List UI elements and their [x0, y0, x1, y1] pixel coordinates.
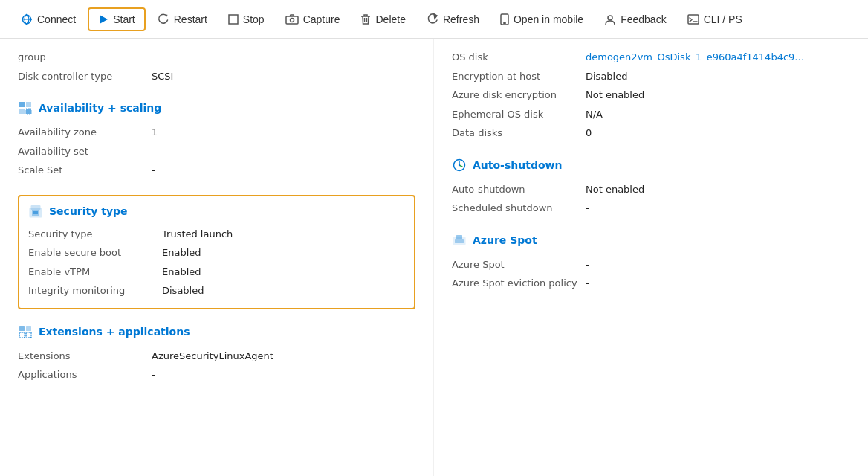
security-title: Security type — [49, 205, 128, 217]
prop-label: Enable secure boot — [28, 245, 162, 260]
auto-shutdown-icon — [452, 158, 467, 173]
connect-button[interactable]: Connect — [12, 9, 85, 30]
prop-label: Applications — [18, 367, 152, 382]
svg-rect-12 — [19, 102, 25, 107]
azure-spot-title: Azure Spot — [473, 234, 537, 246]
group-label: group — [18, 50, 152, 65]
prop-row: Applications- — [18, 365, 415, 385]
capture-icon — [285, 14, 299, 25]
start-button[interactable]: Start — [88, 7, 146, 31]
prop-value: - — [152, 367, 155, 382]
prop-row: Scale Set- — [18, 161, 415, 180]
svg-rect-19 — [31, 205, 40, 210]
availability-section: Availability + scaling Availability zone… — [18, 100, 415, 180]
prop-value: AzureSecurityLinuxAgent — [152, 349, 273, 364]
svg-rect-2 — [286, 16, 298, 24]
feedback-button[interactable]: Feedback — [595, 9, 675, 30]
svg-rect-15 — [26, 109, 31, 114]
prop-row: Availability zone1 — [18, 123, 415, 142]
prop-value: - — [586, 257, 589, 272]
prop-label: Azure Spot eviction policy — [452, 276, 586, 291]
refresh-label: Refresh — [443, 13, 479, 25]
stop-icon — [228, 14, 239, 25]
svg-rect-1 — [229, 15, 238, 24]
prop-row: Auto-shutdownNot enabled — [452, 180, 850, 199]
prop-row: Security typeTrusted launch — [28, 225, 405, 244]
security-props: Security typeTrusted launchEnable secure… — [28, 225, 405, 300]
connect-label: Connect — [37, 13, 76, 25]
prop-row: ExtensionsAzureSecurityLinuxAgent — [18, 347, 415, 366]
azure-spot-header: Azure Spot — [452, 233, 850, 248]
delete-button[interactable]: Delete — [352, 9, 414, 30]
extensions-icon — [18, 324, 33, 339]
disk-controller-label: Disk controller type — [18, 69, 152, 84]
left-panel: group Disk controller type SCSI — [0, 39, 434, 476]
prop-label: Azure Spot — [452, 257, 586, 272]
prop-row: Azure disk encryptionNot enabled — [452, 86, 850, 105]
prop-label: Security type — [28, 227, 162, 242]
refresh-button[interactable]: Refresh — [418, 9, 488, 30]
cli-ps-button[interactable]: CLI / PS — [678, 9, 751, 30]
capture-label: Capture — [303, 13, 340, 25]
prop-row: Scheduled shutdown- — [452, 199, 850, 218]
capture-button[interactable]: Capture — [276, 9, 349, 30]
prop-label: Availability set — [18, 144, 152, 159]
auto-shutdown-header: Auto-shutdown — [452, 158, 850, 173]
prop-label: Encryption at host — [452, 69, 586, 84]
prop-value: N/A — [586, 107, 603, 122]
stop-button[interactable]: Stop — [219, 9, 273, 30]
prop-value: - — [586, 276, 589, 291]
extensions-title: Extensions + applications — [39, 326, 190, 338]
group-row: group — [18, 48, 415, 67]
feedback-icon — [604, 13, 616, 25]
availability-icon — [18, 100, 33, 115]
extensions-section: Extensions + applications ExtensionsAzur… — [18, 324, 415, 385]
security-icon — [28, 204, 43, 219]
restart-button[interactable]: Restart — [149, 9, 216, 30]
security-header: Security type — [28, 204, 405, 219]
delete-label: Delete — [375, 13, 405, 25]
auto-shutdown-props: Auto-shutdownNot enabledScheduled shutdo… — [452, 180, 850, 218]
prop-row: Azure Spot- — [452, 255, 850, 274]
os-disk-value: demogen2vm_OsDisk_1_e960a4f1414b4c968103… — [586, 50, 809, 65]
restart-label: Restart — [174, 13, 207, 25]
extensions-props: ExtensionsAzureSecurityLinuxAgentApplica… — [18, 347, 415, 385]
svg-rect-13 — [26, 102, 31, 107]
azure-spot-props: Azure Spot-Azure Spot eviction policy- — [452, 255, 850, 293]
auto-shutdown-title: Auto-shutdown — [473, 159, 562, 171]
prop-value: - — [152, 144, 155, 159]
prop-row: Azure Spot eviction policy- — [452, 274, 850, 293]
prop-label: Azure disk encryption — [452, 88, 586, 103]
svg-rect-23 — [26, 332, 31, 338]
os-disk-props: Encryption at hostDisabledAzure disk enc… — [452, 67, 850, 143]
azure-spot-icon — [452, 233, 467, 248]
svg-point-27 — [459, 164, 460, 165]
azure-spot-section: Azure Spot Azure Spot-Azure Spot evictio… — [452, 233, 850, 293]
svg-rect-10 — [688, 15, 699, 24]
prop-label: Availability zone — [18, 125, 152, 140]
prop-row: Enable vTPMEnabled — [28, 263, 405, 282]
prop-row: Availability set- — [18, 142, 415, 161]
prop-value: Disabled — [586, 69, 627, 84]
prop-value: 1 — [152, 125, 158, 140]
availability-props: Availability zone1Availability set-Scale… — [18, 123, 415, 180]
prop-value: Disabled — [162, 283, 204, 298]
prop-label: Enable vTPM — [28, 265, 162, 280]
stop-label: Stop — [243, 13, 265, 25]
security-section: Security type Security typeTrusted launc… — [18, 195, 415, 309]
svg-point-3 — [290, 18, 294, 22]
disk-controller-value: SCSI — [152, 69, 173, 84]
prop-label: Auto-shutdown — [452, 182, 586, 197]
svg-rect-14 — [19, 109, 25, 114]
main-content: group Disk controller type SCSI — [0, 39, 868, 476]
open-in-mobile-button[interactable]: Open in mobile — [491, 9, 592, 30]
svg-rect-22 — [19, 332, 25, 338]
start-icon — [98, 14, 108, 25]
prop-value: Not enabled — [586, 88, 644, 103]
mobile-icon — [500, 13, 509, 25]
prop-value: Enabled — [162, 245, 201, 260]
disk-partial-section: group Disk controller type SCSI — [18, 48, 415, 86]
auto-shutdown-section: Auto-shutdown Auto-shutdownNot enabledSc… — [452, 158, 850, 218]
prop-value: Trusted launch — [162, 227, 233, 242]
prop-value: Not enabled — [586, 182, 644, 197]
